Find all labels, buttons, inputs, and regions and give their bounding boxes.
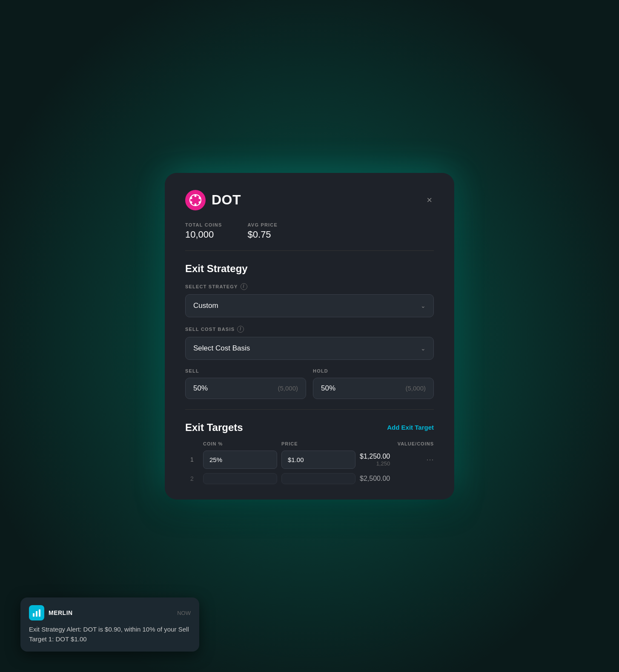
exit-strategy-title: Exit Strategy — [185, 263, 434, 275]
add-exit-target-button[interactable]: Add Exit Target — [387, 424, 434, 431]
col-coin-pct-label: COIN % — [203, 441, 277, 446]
toast-app-row: MERLIN — [29, 605, 73, 620]
target-row-2-price[interactable] — [281, 473, 355, 484]
svg-rect-9 — [39, 609, 40, 617]
cost-basis-field-label: SELL COST BASIS i — [185, 326, 434, 333]
coin-name: DOT — [212, 192, 241, 208]
target-row-2-value: $2,500.00 — [360, 475, 390, 482]
sell-field: SELL 50% (5,000) — [185, 368, 306, 399]
hold-label: HOLD — [313, 368, 434, 373]
targets-table-header: COIN % PRICE VALUE/COINS — [185, 441, 434, 446]
target-row-1-value: $1,250.00 1,250 — [360, 453, 390, 467]
hold-percent: 50% — [321, 384, 335, 393]
strategy-info-icon: i — [241, 283, 247, 290]
total-coins-label: TOTAL COINS — [185, 222, 222, 227]
hold-input[interactable]: 50% (5,000) — [313, 378, 434, 399]
cost-basis-selected-value: Select Cost Basis — [193, 344, 250, 353]
sell-hold-row: SELL 50% (5,000) HOLD 50% (5,000) — [185, 368, 434, 399]
avg-price-stat: AVG PRICE $0.75 — [248, 222, 278, 240]
target-row-1: 1 25% $1.00 $1,250.00 1,250 ⋯ — [185, 451, 434, 469]
strategy-dropdown[interactable]: Custom ⌄ — [185, 294, 434, 317]
cost-basis-dropdown[interactable]: Select Cost Basis ⌄ — [185, 337, 434, 360]
target-row-2-coin-pct[interactable] — [203, 473, 277, 484]
target-row-1-more-icon[interactable]: ⋯ — [426, 455, 434, 464]
target-row-1-num: 1 — [185, 456, 199, 463]
header-left: DOT — [185, 190, 241, 210]
sell-percent: 50% — [193, 384, 208, 393]
modal: DOT × TOTAL COINS 10,000 AVG PRICE $0.75… — [165, 173, 454, 500]
svg-rect-7 — [33, 613, 34, 617]
svg-point-1 — [195, 195, 197, 197]
strategy-selected-value: Custom — [193, 302, 218, 310]
close-button[interactable]: × — [425, 194, 434, 207]
svg-point-2 — [195, 203, 197, 205]
col-price-label: PRICE — [281, 441, 355, 446]
strategy-field-group: SELECT STRATEGY i Custom ⌄ — [185, 283, 434, 317]
col-value-coins-label: VALUE/COINS — [360, 441, 434, 446]
target-row-2-num: 2 — [185, 475, 199, 482]
svg-point-5 — [190, 201, 192, 203]
toast-notification: MERLIN NOW Exit Strategy Alert: DOT is $… — [20, 597, 199, 652]
cost-basis-info-icon: i — [237, 326, 244, 333]
avg-price-value: $0.75 — [248, 229, 278, 240]
svg-rect-8 — [36, 611, 37, 617]
stats-row: TOTAL COINS 10,000 AVG PRICE $0.75 — [185, 222, 434, 240]
strategy-chevron-icon: ⌄ — [421, 302, 426, 309]
svg-point-3 — [190, 197, 192, 199]
toast-app-name: MERLIN — [49, 609, 73, 616]
cost-basis-chevron-icon: ⌄ — [421, 345, 426, 352]
sell-coins: (5,000) — [278, 385, 298, 392]
merlin-icon-svg — [32, 608, 41, 617]
toast-app-icon — [29, 605, 44, 620]
coin-icon — [185, 190, 206, 210]
sell-input[interactable]: 50% (5,000) — [185, 378, 306, 399]
exit-targets-title: Exit Targets — [185, 422, 243, 434]
exit-targets-header: Exit Targets Add Exit Target — [185, 422, 434, 434]
hold-field: HOLD 50% (5,000) — [313, 368, 434, 399]
strategy-divider — [185, 409, 434, 410]
toast-time: NOW — [177, 610, 191, 616]
total-coins-stat: TOTAL COINS 10,000 — [185, 222, 222, 240]
avg-price-label: AVG PRICE — [248, 222, 278, 227]
target-row-1-coin-pct[interactable]: 25% — [203, 451, 277, 469]
cost-basis-field-group: SELL COST BASIS i Select Cost Basis ⌄ — [185, 326, 434, 360]
svg-point-6 — [199, 201, 201, 203]
sell-label: SELL — [185, 368, 306, 373]
svg-point-4 — [199, 197, 201, 199]
toast-message: Exit Strategy Alert: DOT is $0.90, withi… — [29, 625, 191, 644]
modal-header: DOT × — [185, 190, 434, 210]
target-row-2: 2 $2,500.00 — [185, 473, 434, 484]
strategy-field-label: SELECT STRATEGY i — [185, 283, 434, 290]
target-row-1-price[interactable]: $1.00 — [281, 451, 355, 469]
hold-coins: (5,000) — [405, 385, 426, 392]
stats-divider — [185, 250, 434, 251]
toast-header: MERLIN NOW — [29, 605, 191, 620]
dot-icon-svg — [189, 194, 202, 207]
total-coins-value: 10,000 — [185, 229, 222, 240]
